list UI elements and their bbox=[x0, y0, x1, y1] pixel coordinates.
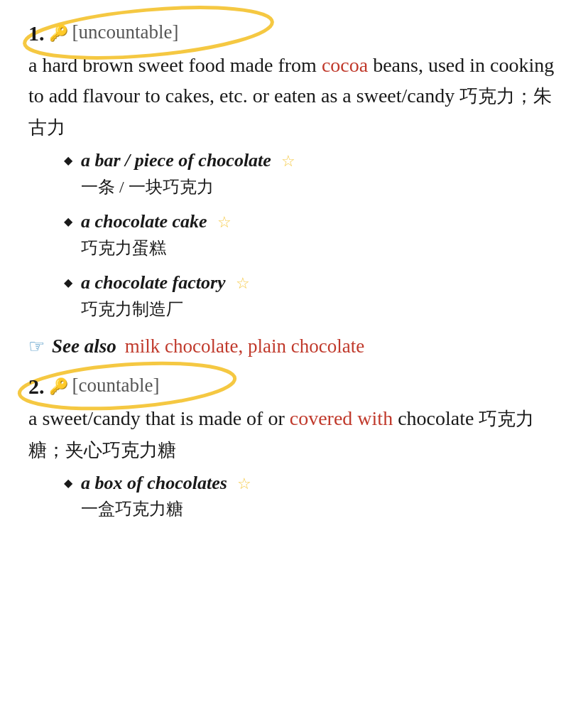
definition-text-1a: a hard brown sweet food made from bbox=[28, 54, 322, 76]
example-4-zh: 一盒巧克力糖 bbox=[81, 497, 251, 522]
key-icon-1: 🔑 bbox=[49, 24, 68, 43]
diamond-icon-4: ◆ bbox=[64, 476, 72, 490]
definition-text-2b: chocolate bbox=[393, 407, 479, 429]
see-also-block: ☞ See also milk chocolate, plain chocola… bbox=[28, 335, 560, 357]
see-also-label: See also bbox=[52, 335, 116, 357]
entry-1-examples: ◆ a bar / piece of chocolate ☆ 一条 / 一块巧克… bbox=[64, 148, 560, 321]
example-3-zh: 巧克力制造厂 bbox=[81, 298, 250, 322]
entry-1-number: 1. bbox=[28, 21, 45, 45]
example-3: ◆ a chocolate factory ☆ 巧克力制造厂 bbox=[64, 270, 560, 321]
star-icon-3[interactable]: ☆ bbox=[236, 274, 250, 292]
example-2: ◆ a chocolate cake ☆ 巧克力蛋糕 bbox=[64, 209, 560, 260]
example-1-en: a bar / piece of chocolate ☆ bbox=[81, 148, 295, 173]
entry-2-examples: ◆ a box of chocolates ☆ 一盒巧克力糖 bbox=[64, 470, 560, 522]
entry-1: 1. 🔑 [uncountable] a hard brown sweet fo… bbox=[28, 21, 560, 357]
star-icon-4[interactable]: ☆ bbox=[237, 475, 251, 493]
star-icon-1[interactable]: ☆ bbox=[281, 152, 295, 170]
definition-text-2a: a sweet/candy that is made of or bbox=[28, 407, 290, 429]
entry-2-number: 2. bbox=[28, 375, 45, 399]
example-4: ◆ a box of chocolates ☆ 一盒巧克力糖 bbox=[64, 470, 560, 522]
entry-1-header: 1. 🔑 [uncountable] bbox=[28, 21, 560, 45]
example-1-zh: 一条 / 一块巧克力 bbox=[81, 176, 295, 200]
cocoa-link[interactable]: cocoa bbox=[322, 54, 368, 76]
diamond-icon-3: ◆ bbox=[64, 276, 72, 289]
entry-2-header: 2. 🔑 [countable] bbox=[28, 375, 560, 399]
entry-1-definition: a hard brown sweet food made from cocoa … bbox=[28, 50, 560, 142]
entry-2-label: [countable] bbox=[72, 375, 160, 397]
example-2-en: a chocolate cake ☆ bbox=[81, 209, 232, 235]
example-2-content: a chocolate cake ☆ 巧克力蛋糕 bbox=[81, 209, 232, 260]
see-also-links[interactable]: milk chocolate, plain chocolate bbox=[125, 335, 364, 357]
key-icon-2: 🔑 bbox=[49, 377, 68, 396]
covered-link[interactable]: covered with bbox=[290, 407, 393, 429]
example-3-en: a chocolate factory ☆ bbox=[81, 270, 250, 296]
example-3-content: a chocolate factory ☆ 巧克力制造厂 bbox=[81, 270, 250, 321]
see-also-icon: ☞ bbox=[28, 335, 45, 357]
entry-2-definition: a sweet/candy that is made of or covered… bbox=[28, 403, 560, 465]
diamond-icon-2: ◆ bbox=[64, 215, 72, 228]
entry-2: 2. 🔑 [countable] a sweet/candy that is m… bbox=[28, 375, 560, 522]
entry-1-label: [uncountable] bbox=[72, 21, 179, 43]
star-icon-2[interactable]: ☆ bbox=[217, 213, 232, 231]
example-1: ◆ a bar / piece of chocolate ☆ 一条 / 一块巧克… bbox=[64, 148, 560, 199]
example-4-content: a box of chocolates ☆ 一盒巧克力糖 bbox=[81, 470, 251, 522]
example-1-content: a bar / piece of chocolate ☆ 一条 / 一块巧克力 bbox=[81, 148, 295, 199]
diamond-icon-1: ◆ bbox=[64, 154, 72, 167]
example-4-en: a box of chocolates ☆ bbox=[81, 470, 251, 496]
example-2-zh: 巧克力蛋糕 bbox=[81, 237, 232, 261]
